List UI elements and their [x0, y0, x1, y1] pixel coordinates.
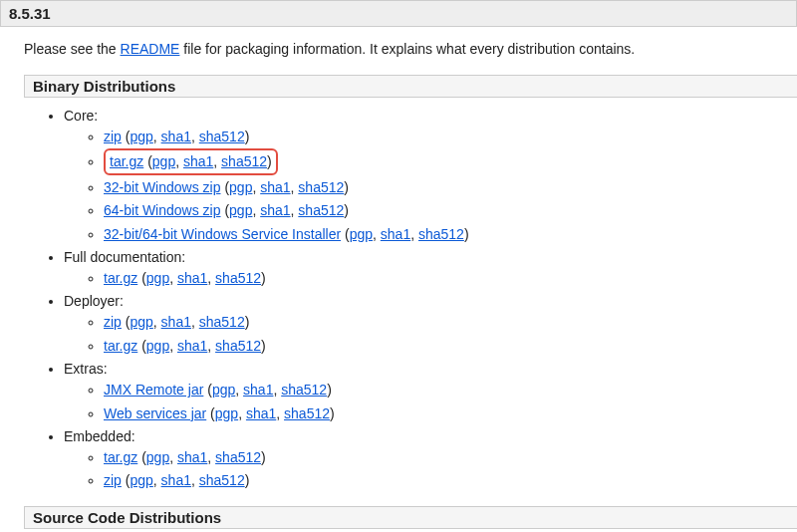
binary-sha512-link[interactable]: sha512 [199, 314, 245, 330]
download-row: tar.gz (pgp, sha1, sha512) [104, 267, 797, 289]
binary-sha512-link[interactable]: sha512 [221, 153, 267, 169]
binary-download-link[interactable]: tar.gz [104, 338, 137, 354]
intro-prefix: Please see the [24, 41, 121, 57]
binary-pgp-link[interactable]: pgp [215, 405, 238, 421]
binary-pgp-link[interactable]: pgp [350, 226, 373, 242]
binary-download-link[interactable]: 32-bit/64-bit Windows Service Installer [104, 226, 341, 242]
binary-pgp-link[interactable]: pgp [130, 472, 152, 488]
binary-download-link[interactable]: zip [104, 472, 122, 488]
binary-download-link[interactable]: tar.gz [104, 449, 137, 465]
binary-download-link[interactable]: 64-bit Windows zip [104, 202, 221, 218]
version-header: 8.5.31 [0, 0, 797, 27]
binary-download-link[interactable]: zip [104, 129, 122, 144]
binary-sha1-link[interactable]: sha1 [161, 129, 191, 144]
binary-pgp-link[interactable]: pgp [229, 179, 252, 195]
binary-sha1-link[interactable]: sha1 [260, 179, 290, 195]
binary-sha512-link[interactable]: sha512 [215, 338, 261, 354]
readme-link[interactable]: README [121, 41, 180, 57]
group-label: Embedded: [64, 428, 135, 444]
binary-sha1-link[interactable]: sha1 [246, 405, 276, 421]
group-label: Full documentation: [64, 249, 185, 265]
group-sublist: zip (pgp, sha1, sha512)tar.gz (pgp, sha1… [64, 311, 797, 357]
binary-pgp-link[interactable]: pgp [212, 382, 235, 398]
download-row: zip (pgp, sha1, sha512) [104, 311, 797, 333]
download-row: 32-bit/64-bit Windows Service Installer … [104, 223, 797, 245]
binary-pgp-link[interactable]: pgp [152, 153, 175, 169]
binary-sha1-link[interactable]: sha1 [161, 314, 191, 330]
download-row: tar.gz (pgp, sha1, sha512) [104, 148, 797, 174]
binary-download-link[interactable]: Web services jar [104, 405, 206, 421]
download-row: tar.gz (pgp, sha1, sha512) [104, 446, 797, 468]
binary-pgp-link[interactable]: pgp [130, 129, 152, 144]
group-label: Extras: [64, 361, 108, 377]
group-sublist: zip (pgp, sha1, sha512)tar.gz (pgp, sha1… [64, 126, 797, 245]
download-row: zip (pgp, sha1, sha512) [104, 126, 797, 147]
group-item: Deployer:zip (pgp, sha1, sha512)tar.gz (… [64, 293, 797, 357]
binary-sha1-link[interactable]: sha1 [177, 338, 207, 354]
binary-sha512-link[interactable]: sha512 [298, 179, 344, 195]
group-sublist: tar.gz (pgp, sha1, sha512) [64, 267, 797, 289]
binary-sha512-link[interactable]: sha512 [215, 449, 261, 465]
binary-sha512-link[interactable]: sha512 [281, 382, 327, 398]
binary-download-link[interactable]: 32-bit Windows zip [104, 179, 221, 195]
binary-sha512-link[interactable]: sha512 [199, 129, 245, 144]
group-sublist: tar.gz (pgp, sha1, sha512)zip (pgp, sha1… [64, 446, 797, 492]
binary-pgp-link[interactable]: pgp [146, 338, 169, 354]
download-row: JMX Remote jar (pgp, sha1, sha512) [104, 379, 797, 400]
download-row: zip (pgp, sha1, sha512) [104, 469, 797, 491]
intro-text: Please see the README file for packaging… [0, 41, 797, 57]
group-item: Core:zip (pgp, sha1, sha512)tar.gz (pgp,… [64, 108, 797, 245]
group-item: Embedded:tar.gz (pgp, sha1, sha512)zip (… [64, 428, 797, 492]
binary-sha1-link[interactable]: sha1 [260, 202, 290, 218]
download-row: tar.gz (pgp, sha1, sha512) [104, 335, 797, 357]
binary-sha1-link[interactable]: sha1 [381, 226, 410, 242]
binary-download-link[interactable]: JMX Remote jar [104, 382, 203, 398]
binary-pgp-link[interactable]: pgp [146, 449, 169, 465]
binary-sha1-link[interactable]: sha1 [183, 153, 213, 169]
binary-pgp-link[interactable]: pgp [146, 270, 169, 286]
group-sublist: JMX Remote jar (pgp, sha1, sha512)Web se… [64, 379, 797, 424]
binary-sha512-link[interactable]: sha512 [199, 472, 245, 488]
binary-sha1-link[interactable]: sha1 [177, 449, 207, 465]
download-row: 64-bit Windows zip (pgp, sha1, sha512) [104, 199, 797, 221]
binary-pgp-link[interactable]: pgp [229, 202, 252, 218]
binary-pgp-link[interactable]: pgp [130, 314, 152, 330]
binary-download-link[interactable]: zip [104, 314, 122, 330]
binary-sha1-link[interactable]: sha1 [161, 472, 191, 488]
binary-sha512-link[interactable]: sha512 [284, 405, 330, 421]
binary-sha512-link[interactable]: sha512 [215, 270, 261, 286]
download-row: 32-bit Windows zip (pgp, sha1, sha512) [104, 176, 797, 198]
binary-sha512-link[interactable]: sha512 [418, 226, 464, 242]
binary-download-link[interactable]: tar.gz [104, 270, 137, 286]
group-label: Deployer: [64, 293, 124, 309]
download-row: Web services jar (pgp, sha1, sha512) [104, 402, 797, 424]
intro-suffix: file for packaging information. It expla… [179, 41, 635, 57]
group-item: Extras:JMX Remote jar (pgp, sha1, sha512… [64, 361, 797, 424]
binary-distributions-list: Core:zip (pgp, sha1, sha512)tar.gz (pgp,… [0, 108, 797, 492]
group-label: Core: [64, 108, 98, 124]
source-distributions-header: Source Code Distributions [24, 506, 797, 529]
binary-distributions-header: Binary Distributions [24, 75, 797, 98]
binary-download-link[interactable]: tar.gz [110, 153, 143, 169]
binary-sha1-link[interactable]: sha1 [243, 382, 273, 398]
binary-sha1-link[interactable]: sha1 [177, 270, 207, 286]
group-item: Full documentation:tar.gz (pgp, sha1, sh… [64, 249, 797, 289]
binary-sha512-link[interactable]: sha512 [298, 202, 344, 218]
